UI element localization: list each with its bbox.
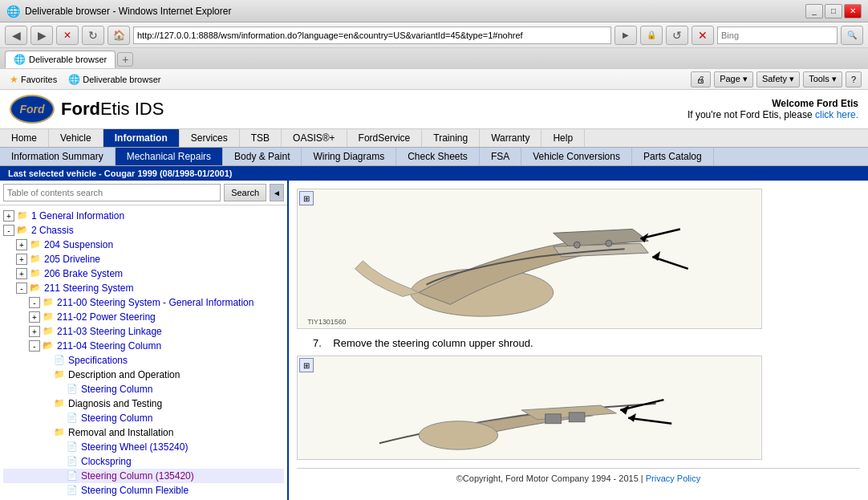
expand-diagram2-button[interactable]: ⊞ — [299, 358, 314, 372]
favorites-label: Favorites — [21, 75, 57, 84]
tree-item-steering-system[interactable]: - 📂 211 Steering System — [3, 281, 284, 295]
maximize-button[interactable]: □ — [825, 4, 842, 18]
tree-item-steering-wheel[interactable]: 📄 Steering Wheel (135240) — [3, 440, 284, 454]
tree-toggle-driveline[interactable]: + — [16, 254, 27, 265]
deliverable-browser-bookmark[interactable]: 🌐 Deliverable browser — [65, 72, 164, 87]
favorites-bookmark[interactable]: ★ Favorites — [6, 72, 60, 87]
folder-icon-driveline: 📁 — [29, 253, 42, 264]
tree-toggle-211-03[interactable]: + — [29, 326, 40, 337]
app-title-bold: Ford — [61, 99, 100, 119]
diagram-bottom: ⊞ — [297, 356, 762, 460]
nav-warranty[interactable]: Warranty — [480, 129, 541, 147]
tree-label-steering-col-desc: Steering Column — [81, 383, 152, 396]
subnav-fsa[interactable]: FSA — [480, 148, 521, 165]
back-button[interactable]: ◀ — [5, 26, 27, 45]
close-button[interactable]: ✕ — [844, 4, 862, 18]
search-go-button[interactable]: 🔍 — [841, 26, 863, 45]
help-button[interactable]: ? — [846, 71, 862, 87]
tree-toggle-steering[interactable]: - — [16, 283, 27, 294]
toc-search-input[interactable] — [3, 184, 221, 201]
browser-title: Deliverable browser - Windows Internet E… — [25, 6, 805, 17]
tree-toggle-211-02[interactable]: + — [29, 311, 40, 323]
certificate-button[interactable]: 🔒 — [640, 26, 663, 45]
subnav-parts-catalog[interactable]: Parts Catalog — [632, 148, 714, 165]
tree-toggle-chassis[interactable]: - — [3, 225, 14, 236]
ie-title-icon: 🌐 — [6, 5, 20, 18]
home-button[interactable]: 🏠 — [107, 26, 130, 45]
diagram-top: ⊞ — [297, 189, 762, 329]
tab-deliverable-browser[interactable]: 🌐 Deliverable browser — [5, 51, 116, 68]
page-tools: 🖨 Page ▾ Safety ▾ Tools ▾ ? — [691, 71, 862, 87]
tree-item-steering-col-current[interactable]: 📄 Steering Column (135420) — [3, 469, 284, 483]
nav-information[interactable]: Information — [103, 129, 180, 147]
tree-item-brake[interactable]: + 📁 206 Brake System — [3, 266, 284, 281]
new-tab-button[interactable]: + — [117, 52, 133, 67]
ford-logo: Ford — [10, 95, 55, 124]
subnav-wiring-diagrams[interactable]: Wiring Diagrams — [302, 148, 396, 165]
svg-point-7 — [606, 240, 612, 246]
nav-oasis[interactable]: OASIS®+ — [282, 129, 347, 147]
main-content: ⊞ — [289, 181, 868, 500]
tree-item-desc-op-folder[interactable]: 📁 Description and Operation — [3, 368, 284, 382]
doc-icon-clockspring: 📄 — [66, 455, 79, 466]
app-title-normal: Etis IDS — [100, 99, 164, 119]
tree-item-suspension[interactable]: + 📁 204 Suspension — [3, 238, 284, 252]
tree-item-driveline[interactable]: + 📁 205 Driveline — [3, 252, 284, 266]
folder-open-icon-211-04: 📂 — [42, 339, 55, 351]
tree-item-211-00[interactable]: - 📁 211-00 Steering System - General Inf… — [3, 295, 284, 310]
subnav-body-paint[interactable]: Body & Paint — [223, 148, 302, 165]
tree-item-steering-col-flex[interactable]: 📄 Steering Column Flexible — [3, 483, 284, 498]
nav-home[interactable]: Home — [0, 129, 49, 147]
subnav-vehicle-conversions[interactable]: Vehicle Conversions — [521, 148, 632, 165]
tree-toggle-211-04[interactable]: - — [29, 340, 40, 352]
click-here-link[interactable]: click here. — [815, 109, 858, 120]
search-input[interactable] — [717, 26, 838, 44]
collapse-sidebar-button[interactable]: ◄ — [270, 184, 284, 201]
tree-item-211-04[interactable]: - 📂 211-04 Steering Column — [3, 339, 284, 353]
nav-training[interactable]: Training — [422, 129, 480, 147]
tree-item-clockspring[interactable]: 📄 Clockspring — [3, 454, 284, 469]
tree-item-general-info[interactable]: + 📁 1 General Information — [3, 209, 284, 223]
safety-button[interactable]: Safety ▾ — [756, 71, 800, 87]
welcome-sub: If you're not Ford Etis, please click he… — [688, 109, 858, 120]
tree-item-steering-col-diag[interactable]: 📄 Steering Column — [3, 411, 284, 425]
tree-item-diag-testing[interactable]: 📁 Diagnosis and Testing — [3, 396, 284, 411]
forward-button[interactable]: ▶ — [30, 26, 53, 45]
address-bar[interactable] — [133, 26, 611, 44]
tree-toggle-suspension[interactable]: + — [16, 239, 27, 250]
tree-item-211-02[interactable]: + 📁 211-02 Power Steering — [3, 310, 284, 324]
stop-button[interactable]: ✕ — [56, 26, 79, 45]
window-controls: _ □ ✕ — [805, 4, 862, 18]
folder-icon: 📁 — [16, 209, 29, 221]
tree-label-suspension: 204 Suspension — [44, 238, 113, 251]
page-button[interactable]: Page ▾ — [714, 71, 753, 87]
tree-item-211-03[interactable]: + 📁 211-03 Steering Linkage — [3, 324, 284, 339]
stop2-button[interactable]: ✕ — [692, 26, 714, 45]
tree-item-specifications[interactable]: 📄 Specifications — [3, 353, 284, 368]
tree-item-steering-col-desc[interactable]: 📄 Steering Column — [3, 382, 284, 396]
nav-help[interactable]: Help — [541, 129, 585, 147]
search-button[interactable]: Search — [224, 184, 266, 201]
subnav-information-summary[interactable]: Information Summary — [0, 148, 116, 165]
tree-toggle[interactable]: + — [3, 210, 14, 222]
globe-icon: 🌐 — [68, 74, 80, 85]
tree-toggle-brake[interactable]: + — [16, 268, 27, 279]
minimize-button[interactable]: _ — [805, 4, 823, 18]
print-button[interactable]: 🖨 — [691, 71, 711, 87]
nav-vehicle[interactable]: Vehicle — [49, 129, 103, 147]
privacy-policy-link[interactable]: Privacy Policy — [646, 474, 700, 483]
tree-item-removal-install[interactable]: 📁 Removal and Installation — [3, 425, 284, 440]
nav-services[interactable]: Services — [180, 129, 240, 147]
nav-fordservice[interactable]: FordService — [347, 129, 423, 147]
refresh2-button[interactable]: ↺ — [666, 26, 688, 45]
expand-diagram-button[interactable]: ⊞ — [299, 191, 314, 205]
tree-label-driveline: 205 Driveline — [44, 253, 100, 266]
subnav-mechanical-repairs[interactable]: Mechanical Repairs — [116, 148, 223, 165]
tree-toggle-211-00[interactable]: - — [29, 297, 40, 308]
refresh-button[interactable]: ↻ — [82, 26, 104, 45]
tree-item-chassis[interactable]: - 📂 2 Chassis — [3, 223, 284, 238]
go-button[interactable]: ▶ — [614, 26, 637, 45]
tools-button[interactable]: Tools ▾ — [803, 71, 842, 87]
nav-tsb[interactable]: TSB — [240, 129, 282, 147]
subnav-check-sheets[interactable]: Check Sheets — [396, 148, 480, 165]
